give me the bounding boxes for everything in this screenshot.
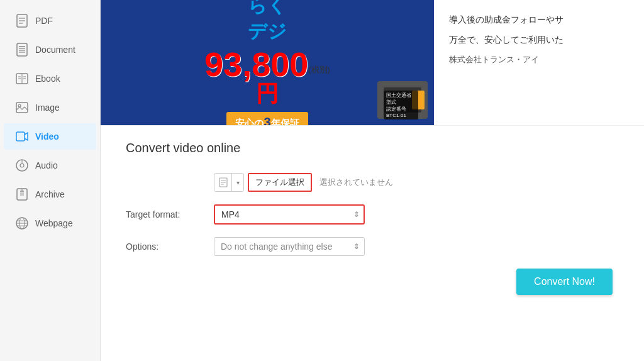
svg-point-19 [20,164,24,167]
svg-rect-15 [16,103,28,113]
sidebar-label-video: Video [35,131,59,142]
target-format-row: Target format: MP4 AVI MOV MKV FLV WMV W… [126,204,619,225]
svg-rect-17 [16,132,25,141]
sidebar-item-image[interactable]: Image [4,94,96,121]
convert-now-button[interactable]: Convert Now! [516,269,613,295]
pdf-icon [15,14,29,28]
options-select[interactable]: Do not change anything else Change resol… [214,237,365,256]
file-doc-icon [214,174,232,191]
convert-section: Convert video online ▾ ファイル選択 [101,126,644,361]
video-icon [15,130,29,143]
sidebar-label-ebook: Ebook [35,74,60,84]
sidebar: PDF Document Ebook [0,0,101,361]
sidebar-item-video[interactable]: Video [4,123,96,150]
target-format-control: MP4 AVI MOV MKV FLV WMV WEBM 3GP [214,204,365,225]
banner-text: 導入後の助成金フォローやサ 万全で、安心してご利用いた 株式会社トランス・アイ [434,0,644,125]
file-row: ▾ ファイル選択 選択されていません [126,173,619,192]
file-no-selected-text: 選択されていません [319,177,393,188]
archive-icon [15,187,29,201]
sidebar-label-webpage: Webpage [35,218,73,228]
banner-company: 株式会社トランス・アイ [449,53,629,67]
webpage-icon [15,216,29,230]
file-choose-button[interactable]: ファイル選択 [248,173,312,192]
banner-content: らく デジ 93,800(税別) 円 安心の3年保証 [198,0,336,125]
target-format-label: Target format: [126,209,214,219]
convert-button-row: Convert Now! [126,269,619,295]
sidebar-label-image: Image [35,103,60,113]
banner-price: 93,800(税別) [204,45,330,84]
banner-brand: らく デジ [204,0,330,45]
main-content: らく デジ 93,800(税別) 円 安心の3年保証 国土交通省型式認定番号BT… [101,0,644,361]
image-icon [15,101,29,114]
sidebar-label-document: Document [35,45,75,55]
target-format-select-wrapper: MP4 AVI MOV MKV FLV WMV WEBM 3GP [214,204,365,225]
options-label: Options: [126,242,214,252]
banner-area: らく デジ 93,800(税別) 円 安心の3年保証 国土交通省型式認定番号BT… [101,0,644,126]
svg-rect-4 [17,43,27,56]
banner-desc-line2: 万全で、安心してご利用いた [449,33,629,48]
options-select-wrapper: Do not change anything else Change resol… [214,237,365,256]
document-icon [15,43,29,57]
file-dropdown-arrow[interactable]: ▾ [232,174,243,191]
audio-icon [15,158,29,172]
sidebar-item-document[interactable]: Document [4,36,96,63]
device-label: 国土交通省型式認定番号BTC1-01 [384,91,418,119]
file-icon-button[interactable]: ▾ [214,173,244,192]
target-format-select[interactable]: MP4 AVI MOV MKV FLV WMV WEBM 3GP [214,204,365,225]
ebook-icon [15,72,29,86]
sidebar-label-pdf: PDF [35,16,53,26]
file-input-group: ▾ ファイル選択 選択されていません [214,173,393,192]
banner-guarantee: 安心の3年保証 [226,112,308,126]
sidebar-item-webpage[interactable]: Webpage [4,210,96,236]
sidebar-label-archive: Archive [35,189,65,199]
banner-device: 国土交通省型式認定番号BTC1-01 [377,81,428,119]
banner-image: らく デジ 93,800(税別) 円 安心の3年保証 国土交通省型式認定番号BT… [101,0,434,125]
sidebar-item-ebook[interactable]: Ebook [4,65,96,92]
sidebar-item-audio[interactable]: Audio [4,152,96,179]
sidebar-item-pdf[interactable]: PDF [4,8,96,34]
options-row: Options: Do not change anything else Cha… [126,237,619,256]
sidebar-label-audio: Audio [35,160,58,170]
sidebar-item-archive[interactable]: Archive [4,181,96,208]
convert-title: Convert video online [126,141,619,155]
banner-desc-line1: 導入後の助成金フォローやサ [449,13,629,28]
options-control: Do not change anything else Change resol… [214,237,365,256]
